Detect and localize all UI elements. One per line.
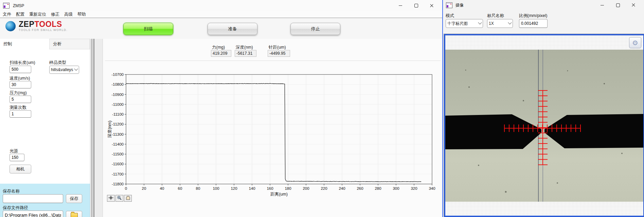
- camera-mode-value: 十字标尺图: [447, 21, 478, 27]
- prepare-button[interactable]: 准备: [208, 23, 257, 35]
- camera-mode-label: 模式: [446, 13, 454, 19]
- camera-window-controls: [594, 0, 641, 10]
- pressure-label: 压力(mg): [10, 90, 27, 96]
- zoom-icon: [117, 196, 122, 201]
- zoom-button[interactable]: [115, 195, 123, 202]
- y-tick-label: -11000: [112, 102, 124, 106]
- stop-button[interactable]: 停止: [290, 23, 340, 35]
- scan-button[interactable]: 扫描: [123, 23, 173, 35]
- save-button[interactable]: 保存: [66, 194, 82, 203]
- maximize-icon: [414, 4, 418, 7]
- camera-minimize-button[interactable]: [594, 0, 610, 10]
- x-tick-label: 340: [429, 186, 435, 190]
- save-path-input[interactable]: [3, 211, 63, 217]
- y-tick-label: -11700: [112, 172, 124, 176]
- pan-hand-icon: [125, 196, 130, 201]
- x-axis-label: 距离(um): [270, 192, 288, 197]
- camera-ruler-name-label: 标尺名称: [487, 13, 504, 19]
- scan-length-input[interactable]: [10, 66, 31, 73]
- save-path-label: 保存文件路径: [3, 205, 28, 211]
- needle-distance-value: -4499.95: [268, 50, 290, 57]
- browse-folder-button[interactable]: [66, 211, 82, 217]
- toolbar-header: ZEPTOOLS TOOLS FOR SMALL WORLD. 扫描准备停止: [0, 18, 442, 39]
- pane-splitter[interactable]: [90, 39, 103, 217]
- close-button[interactable]: [424, 0, 440, 11]
- menu-item-correction[interactable]: 修正: [51, 12, 64, 17]
- stylus-left-arm: [445, 114, 541, 149]
- force-label: 力(mg): [212, 45, 225, 50]
- camera-window-title: 摄像: [455, 2, 464, 8]
- cursor-crosshair-icon: [108, 196, 113, 201]
- folder-icon: [71, 213, 78, 217]
- window-controls: [393, 0, 440, 11]
- graph-palette: [107, 195, 132, 202]
- x-tick-label: 40: [160, 186, 164, 190]
- x-tick-label: 80: [196, 186, 200, 190]
- pressure-input[interactable]: [10, 96, 31, 103]
- tab-analysis[interactable]: 分析: [49, 39, 90, 49]
- camera-view-container: ⚙: [444, 34, 644, 217]
- x-tick-label: 140: [249, 186, 255, 190]
- minimize-button[interactable]: [393, 0, 408, 11]
- save-name-label: 保存名称: [3, 188, 20, 194]
- sample-type-select[interactable]: hills&valleys: [49, 66, 79, 74]
- x-tick-label: 60: [178, 186, 182, 190]
- camera-close-button[interactable]: [626, 0, 641, 10]
- save-name-input[interactable]: [3, 194, 63, 203]
- scan-length-label: 扫描长度(um): [10, 60, 35, 66]
- measurement-panel: 力(mg)419.209深度(nm)-5617.31针距(um)-4499.95…: [103, 39, 442, 217]
- sample-type-label: 样品类型: [49, 60, 66, 66]
- camera-button[interactable]: 相机: [10, 165, 31, 173]
- camera-title-bar: 摄像: [443, 0, 644, 10]
- y-tick-label: -11600: [112, 162, 124, 166]
- logo-text-zep: ZEP: [19, 20, 34, 29]
- menu-item-advanced[interactable]: 高级: [64, 12, 77, 17]
- profile-trace: [126, 83, 421, 182]
- y-tick-label: -10700: [111, 72, 124, 77]
- menu-item-relocate[interactable]: 重新定位: [29, 12, 50, 17]
- camera-bottom-strip: [445, 202, 643, 216]
- y-tick-label: -11200: [112, 122, 124, 126]
- menu-bar: 文件配置重新定位修正高级帮助: [0, 11, 442, 18]
- x-tick-label: 220: [321, 186, 327, 190]
- maximize-button[interactable]: [408, 0, 424, 11]
- minimize-icon: [399, 5, 402, 6]
- force-value: 419.209: [211, 50, 231, 57]
- control-sidebar: 控制分析扫描长度(um)速度(um/s)压力(mg)测量次数样品类型hills&…: [0, 39, 90, 217]
- x-tick-label: 120: [231, 186, 237, 190]
- zmsp-window: ZMSP 文件配置重新定位修正高级帮助 ZEPTOOLS TOOLS FOR S…: [0, 0, 442, 217]
- camera-maximize-button[interactable]: [610, 0, 626, 10]
- menu-item-help[interactable]: 帮助: [77, 12, 90, 17]
- app-icon: [3, 3, 10, 9]
- camera-ruler-name-value: 1X: [489, 21, 507, 26]
- zeptools-logo: ZEPTOOLS TOOLS FOR SMALL WORLD.: [5, 20, 68, 32]
- logo-text-tools: TOOLS: [34, 20, 62, 29]
- measure-count-input[interactable]: [10, 110, 31, 118]
- x-tick-label: 180: [285, 186, 291, 190]
- speed-input[interactable]: [10, 81, 31, 88]
- tab-control[interactable]: 控制: [0, 39, 49, 49]
- chevron-down-icon: [508, 21, 512, 24]
- y-tick-label: -11100: [112, 112, 124, 116]
- y-tick-label: -11300: [112, 132, 124, 136]
- x-tick-label: 100: [213, 186, 219, 190]
- x-tick-label: 240: [339, 186, 345, 190]
- camera-scale-input[interactable]: [519, 19, 548, 28]
- cursor-crosshair-button[interactable]: [107, 195, 115, 202]
- camera-ruler-name-select[interactable]: 1X: [487, 19, 513, 28]
- camera-overlay: [445, 50, 643, 202]
- x-tick-label: 0: [125, 186, 127, 190]
- menu-item-config[interactable]: 配置: [16, 12, 29, 17]
- needle-distance-label: 针距(um): [269, 45, 286, 50]
- pan-hand-button[interactable]: [124, 195, 132, 202]
- menu-item-file[interactable]: 文件: [3, 12, 15, 17]
- y-tick-label: -10800: [111, 82, 124, 86]
- camera-settings-button[interactable]: ⚙: [629, 37, 641, 48]
- y-tick-label: -10900: [111, 93, 124, 97]
- logo-tagline: TOOLS FOR SMALL WORLD.: [19, 28, 68, 32]
- y-tick-label: -11400: [112, 142, 124, 146]
- light-source-input[interactable]: [10, 154, 24, 161]
- camera-mode-select[interactable]: 十字标尺图: [446, 19, 483, 28]
- depth-value: -5617.31: [235, 50, 256, 57]
- sample-type-value: hills&valleys: [51, 67, 74, 72]
